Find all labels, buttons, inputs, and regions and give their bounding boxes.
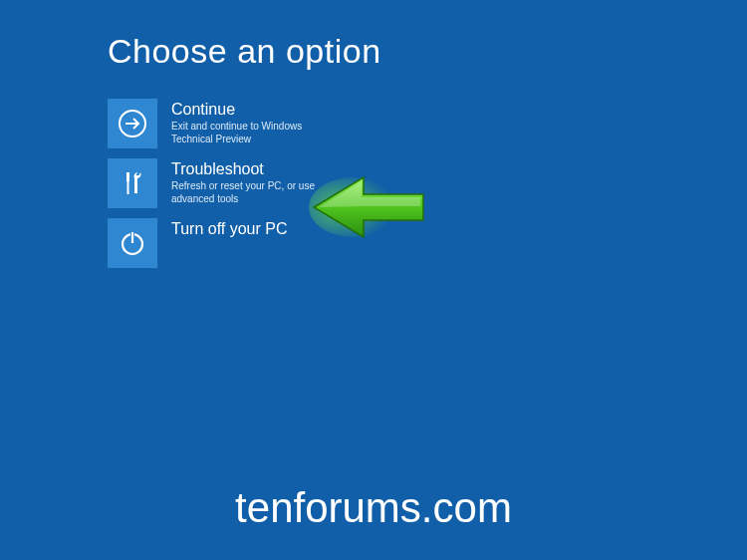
recovery-menu: Choose an option Continue Exit and conti… bbox=[0, 0, 747, 268]
option-text: Turn off your PC bbox=[171, 218, 288, 240]
option-desc: Exit and continue to Windows Technical P… bbox=[171, 121, 341, 145]
page-title: Choose an option bbox=[108, 32, 747, 71]
power-icon bbox=[108, 218, 157, 268]
option-text: Continue Exit and continue to Windows Te… bbox=[171, 99, 341, 145]
arrow-right-icon bbox=[108, 99, 157, 148]
option-troubleshoot[interactable]: Troubleshoot Refresh or reset your PC, o… bbox=[108, 158, 376, 208]
option-title: Continue bbox=[171, 100, 341, 119]
svg-rect-3 bbox=[127, 181, 129, 194]
option-title: Turn off your PC bbox=[171, 219, 288, 238]
tools-icon bbox=[108, 158, 157, 208]
option-turn-off[interactable]: Turn off your PC bbox=[108, 218, 376, 268]
option-text: Troubleshoot Refresh or reset your PC, o… bbox=[171, 158, 341, 205]
options-list: Continue Exit and continue to Windows Te… bbox=[108, 99, 747, 268]
option-continue[interactable]: Continue Exit and continue to Windows Te… bbox=[108, 99, 376, 148]
watermark-text: tenforums.com bbox=[0, 484, 747, 532]
option-title: Troubleshoot bbox=[171, 159, 341, 178]
svg-rect-2 bbox=[126, 172, 129, 181]
option-desc: Refresh or reset your PC, or use advance… bbox=[171, 180, 341, 205]
